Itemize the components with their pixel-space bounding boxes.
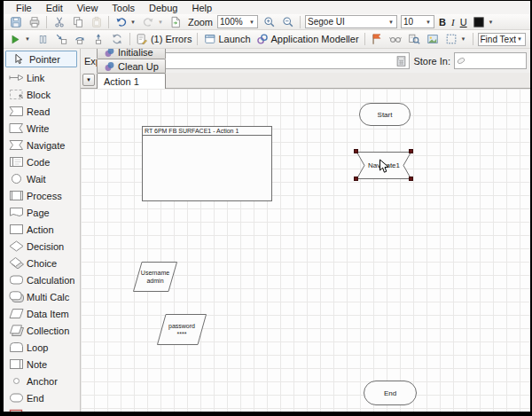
chevron-down-icon[interactable]: ▼ xyxy=(157,20,164,25)
stage-tool-write[interactable]: Write xyxy=(4,120,80,137)
tab-initialise[interactable]: Initialise xyxy=(97,49,166,59)
stage-block[interactable]: RT 6PM FB SURFACE1 - Action 1 xyxy=(142,126,272,201)
stage-tool-end-label: End xyxy=(27,393,44,404)
underline-button-label: U xyxy=(460,17,467,27)
zoom-out-button[interactable] xyxy=(278,15,297,29)
start-terminator: Start xyxy=(359,103,411,126)
breakpoint-flag-button[interactable] xyxy=(368,32,387,46)
chevron-down-icon[interactable]: ▼ xyxy=(488,20,495,25)
stage-tool-code[interactable]: Code xyxy=(4,153,80,170)
stage-tool-link[interactable]: Link xyxy=(4,69,80,86)
application-modeller-button[interactable]: Application Modeller xyxy=(254,32,362,46)
stage-tool-anchor[interactable]: Anchor xyxy=(4,373,80,389)
font-size-combo[interactable]: 10▼ xyxy=(401,15,434,28)
stage-start-start[interactable]: Start xyxy=(359,103,411,126)
italic-button[interactable]: I xyxy=(449,15,458,29)
tab-list-dropdown-button[interactable]: ▼ xyxy=(82,74,95,86)
chevron-down-icon[interactable]: ▼ xyxy=(425,20,432,25)
zoom-in-icon xyxy=(262,15,276,28)
stage-data-item[interactable]: Usernameadmin xyxy=(133,262,177,292)
cut-button[interactable] xyxy=(50,15,68,29)
stage-navigate-navigate1[interactable]: Navigate1 xyxy=(356,152,411,179)
stage-tool-block[interactable]: Block xyxy=(4,86,80,103)
store-in-input[interactable] xyxy=(467,53,530,68)
menu-tools[interactable]: Tools xyxy=(105,3,142,13)
stage-tool-multi-calc[interactable]: Multi Calc xyxy=(4,288,80,305)
stage-end-end[interactable]: End xyxy=(364,381,417,405)
launch-icon xyxy=(203,33,216,46)
bold-button[interactable]: B xyxy=(436,15,449,29)
process-diagram-canvas[interactable]: RT 6PM FB SURFACE1 - Action 1StartNaviga… xyxy=(81,89,530,412)
calculator-icon[interactable] xyxy=(393,54,409,68)
stage-tool-calculation[interactable]: Calculation xyxy=(4,271,80,288)
stage-tool-action[interactable]: Action xyxy=(4,221,80,238)
chevron-down-icon[interactable]: ▼ xyxy=(24,36,31,42)
chevron-down-icon[interactable]: ▼ xyxy=(129,20,137,25)
tab-clean-up[interactable]: Clean Up xyxy=(97,59,166,73)
reset-button[interactable] xyxy=(108,32,127,46)
stage-tool-process[interactable]: Process xyxy=(4,187,80,204)
chevron-down-icon[interactable]: ▼ xyxy=(248,20,255,25)
stage-data-item[interactable]: password**** xyxy=(157,314,207,345)
menu-file[interactable]: File xyxy=(9,3,39,13)
loop-icon xyxy=(8,341,24,354)
expression-field-wrap xyxy=(138,52,410,69)
play-icon xyxy=(9,33,22,46)
menu-bar: FileEditViewToolsDebugHelp xyxy=(4,1,530,14)
step-out-button[interactable] xyxy=(90,32,108,46)
errors-button[interactable]: (1) Errors xyxy=(133,32,194,46)
run-button[interactable]: ▼ xyxy=(6,32,34,46)
chevron-down-icon[interactable]: ▼ xyxy=(460,36,467,42)
expression-input[interactable] xyxy=(139,53,393,68)
stage-tool-page[interactable]: Page xyxy=(4,204,80,221)
copy-button[interactable] xyxy=(68,15,87,29)
find-text-combo[interactable]: Find Text▼ xyxy=(478,33,526,46)
selection-handle[interactable] xyxy=(409,177,413,181)
find-next-button[interactable] xyxy=(528,32,530,46)
save-button[interactable] xyxy=(6,15,25,29)
stage-tool-collection[interactable]: Collection xyxy=(4,322,80,339)
redo-button[interactable]: ▼ xyxy=(139,15,167,29)
toolbar-separator xyxy=(364,33,365,45)
menu-help[interactable]: Help xyxy=(184,3,219,13)
undo-button[interactable]: ▼ xyxy=(112,15,139,29)
stage-tool-loop[interactable]: Loop xyxy=(4,339,80,356)
snapshot-button[interactable] xyxy=(424,32,442,46)
menu-debug[interactable]: Debug xyxy=(142,3,184,13)
stage-tool-collection-label: Collection xyxy=(27,326,69,336)
stage-tool-read[interactable]: Read xyxy=(4,103,80,120)
watch-button[interactable] xyxy=(387,32,405,46)
export-button[interactable] xyxy=(167,15,185,29)
chevron-down-icon[interactable]: ▼ xyxy=(516,36,523,42)
stage-tool-pointer[interactable]: Pointer xyxy=(5,51,77,67)
stage-tool-data-item[interactable]: Data Item xyxy=(4,305,80,322)
step-into-button[interactable] xyxy=(52,32,71,46)
chevron-down-icon[interactable]: ▼ xyxy=(387,20,395,25)
selection-handle[interactable] xyxy=(354,177,358,181)
zoom-in-button[interactable] xyxy=(260,15,278,29)
selection-handle[interactable] xyxy=(409,149,413,153)
pause-button[interactable] xyxy=(34,32,52,46)
stage-tool-decision[interactable]: Decision xyxy=(4,238,80,255)
stage-tool-wait[interactable]: Wait xyxy=(4,170,80,187)
search-process-button[interactable] xyxy=(405,32,424,46)
launch-button[interactable]: Launch xyxy=(200,32,253,46)
stage-tool-navigate[interactable]: Navigate xyxy=(4,137,80,153)
menu-view[interactable]: View xyxy=(70,3,106,13)
stage-tool-choice[interactable]: Choice xyxy=(4,255,80,271)
stage-tool-end[interactable]: End xyxy=(4,389,80,406)
multi-calc-icon xyxy=(8,291,24,303)
underline-button[interactable]: U xyxy=(458,15,470,29)
zoom-level-combo[interactable]: 100%▼ xyxy=(217,15,258,28)
font-family-combo[interactable]: Segoe UI▼ xyxy=(305,15,397,28)
stage-tool-note[interactable]: Note xyxy=(4,356,80,373)
font-color-button[interactable]: ▼ xyxy=(470,15,497,29)
tab-action-1[interactable]: Action 1 xyxy=(97,73,166,89)
menu-edit[interactable]: Edit xyxy=(39,3,70,13)
stage-tool-exception[interactable]: Exception xyxy=(4,406,80,412)
selection-mode-button[interactable]: ▼ xyxy=(442,32,470,46)
print-button[interactable] xyxy=(25,15,43,29)
step-over-button[interactable] xyxy=(71,32,90,46)
paste-button[interactable] xyxy=(87,15,106,29)
selection-handle[interactable] xyxy=(354,149,358,153)
